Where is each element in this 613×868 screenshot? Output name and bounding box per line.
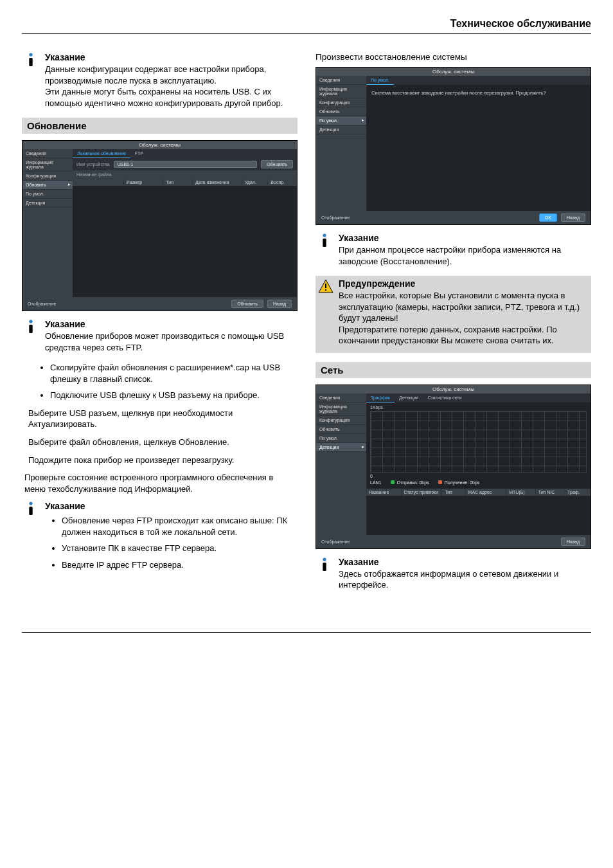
svg-rect-10 <box>325 289 326 291</box>
section-heading-net: Сеть <box>315 362 591 378</box>
note-title: Указание <box>45 501 298 511</box>
note-text: Здесь отображается информация о сетевом … <box>339 568 591 591</box>
sidebar-item[interactable]: Детекция <box>22 199 73 208</box>
sidebar-item[interactable]: По умол. <box>316 434 366 443</box>
col-type: Тип <box>442 489 465 496</box>
legend-send: Отправка: 0bps <box>397 480 429 485</box>
tab-traffic[interactable]: Траффик <box>366 393 395 402</box>
ui-window-title: Обслуж. системы <box>22 141 297 149</box>
col-del: Удал. <box>242 179 268 186</box>
section-heading-update: Обновление <box>22 118 298 134</box>
info-icon <box>22 52 40 109</box>
back-button[interactable]: Назад <box>267 300 292 308</box>
sidebar-item[interactable]: Детекция <box>316 125 366 134</box>
svg-rect-3 <box>29 325 32 333</box>
svg-rect-1 <box>29 58 32 66</box>
list-item: Обновление через FTP происходит как опис… <box>62 515 298 538</box>
sidebar-item[interactable]: По умол. <box>22 190 73 199</box>
tab-local-update[interactable]: Локальное обновление <box>73 149 130 158</box>
svg-rect-9 <box>325 284 326 288</box>
screenshot-network: Обслуж. системы Сведения Информация журн… <box>315 384 591 549</box>
sidebar-item[interactable]: Конфигурация <box>22 172 73 181</box>
tab-default[interactable]: По умол. <box>366 76 394 85</box>
note-config-data: Указание Данные конфигурации содержат вс… <box>22 52 298 109</box>
back-button[interactable]: Назад <box>561 538 585 546</box>
ui-sidebar: Сведения Информация журнала Конфигурация… <box>22 149 73 297</box>
sidebar-item[interactable]: Конфигурация <box>316 98 366 107</box>
svg-point-6 <box>323 233 326 237</box>
sidebar-item[interactable]: Информация журнала <box>316 85 366 98</box>
warning-box: Предупреждение Все настройки, которые Вы… <box>315 276 591 353</box>
svg-rect-12 <box>323 563 326 571</box>
svg-point-4 <box>29 502 32 505</box>
update-button[interactable]: Обновить <box>231 300 263 308</box>
list-item: Введите IP адрес FTP сервера. <box>62 559 298 571</box>
sidebar-item[interactable]: Обновить <box>316 107 366 116</box>
right-column: Произвести восстановление системы Обслуж… <box>315 52 591 600</box>
device-select[interactable]: USB1-1 <box>114 161 258 168</box>
col-size: Размер <box>124 179 163 186</box>
refresh-button[interactable]: Обновить <box>261 160 293 168</box>
filename-label: Название файла <box>76 172 128 177</box>
sidebar-item-selected[interactable]: По умол. <box>316 116 366 125</box>
ui-window-title: Обслуж. системы <box>316 385 591 393</box>
note-ftp-update: Указание Обновление через FTP происходит… <box>22 501 298 577</box>
legend-recv: Получение: 0bps <box>445 480 480 485</box>
net-table-header: Название Статус привязки Тип MAC адрес M… <box>366 489 591 496</box>
sidebar-item-selected[interactable]: Детекция <box>316 443 366 452</box>
step-text: Выберите USB разъем, щелкнув при необход… <box>28 408 295 430</box>
col-type: Тип <box>163 179 193 186</box>
ui-sidebar: Сведения Информация журнала Конфигурация… <box>316 393 366 535</box>
sidebar-item[interactable]: Конфигурация <box>316 416 366 425</box>
note-network: Указание Здесь отображается информация о… <box>315 557 591 591</box>
file-table-header: Размер Тип Дата изменения Удал. Воспр. <box>73 179 297 186</box>
warning-icon <box>317 278 335 347</box>
bullet-list-ftp: Обновление через FTP происходит как опис… <box>62 515 298 570</box>
back-button[interactable]: Назад <box>561 213 585 222</box>
sidebar-item-selected[interactable]: Обновить <box>22 181 73 190</box>
ok-button[interactable]: OK <box>539 213 557 222</box>
legend-dot-recv-icon <box>438 480 442 484</box>
traffic-chart <box>370 411 587 473</box>
screenshot-restore: Обслуж. системы Сведения Информация журн… <box>315 67 591 225</box>
info-icon <box>22 501 40 577</box>
page-footer-rule <box>22 632 591 638</box>
lan-label: LAN1 <box>370 480 382 485</box>
y-zero-label: 0 <box>370 474 587 478</box>
sidebar-item[interactable]: Информация журнала <box>22 158 73 172</box>
sidebar-item[interactable]: Информация журнала <box>316 402 366 416</box>
warning-text: Все настройки, которые Вы установили с м… <box>339 290 587 347</box>
sidebar-item[interactable]: Сведения <box>316 393 366 402</box>
warning-title: Предупреждение <box>339 278 587 289</box>
list-item: Скопируйте файл обновления с расширением… <box>50 362 298 384</box>
sidebar-item[interactable]: Обновить <box>316 425 366 434</box>
tab-ftp[interactable]: FTP <box>130 149 148 158</box>
sidebar-item[interactable]: Сведения <box>22 149 73 158</box>
two-column-layout: Указание Данные конфигурации содержат вс… <box>22 52 591 600</box>
ui-footer: Отображение Обновить Назад <box>22 297 297 311</box>
ui-tabs: Траффик Детекция Статистика сети <box>366 393 591 402</box>
ui-window-title: Обслуж. системы <box>316 68 591 76</box>
note-title: Указание <box>45 319 298 329</box>
note-title: Указание <box>339 557 591 567</box>
note-text: Данные конфигурации содержат все настрой… <box>45 64 298 109</box>
ui-file-row: Название файла <box>73 170 297 179</box>
svg-point-11 <box>323 557 326 561</box>
sidebar-item[interactable]: Сведения <box>316 76 366 85</box>
list-item: Установите ПК в качестве FTP сервера. <box>62 543 298 554</box>
step-text: Выберите файл обновления, щелкнув Обновл… <box>28 437 295 448</box>
page-title: Техническое обслуживание <box>22 18 591 34</box>
tab-stats[interactable]: Статистика сети <box>423 393 466 402</box>
footer-label: Отображение <box>28 302 57 306</box>
note-text: При данном процессе настройки прибора из… <box>339 244 591 267</box>
info-icon <box>315 557 333 591</box>
col-bind: Статус привязки <box>402 489 443 496</box>
col-name: Название <box>366 489 402 496</box>
note-update-usb-ftp: Указание Обновление приборов может произ… <box>22 319 298 353</box>
tab-detection[interactable]: Детекция <box>395 393 423 402</box>
ui-sidebar: Сведения Информация журнала Конфигурация… <box>316 76 366 211</box>
ui-footer: Отображение OK Назад <box>316 211 591 224</box>
heading-restore: Произвести восстановление системы <box>315 52 591 62</box>
info-icon <box>22 319 40 353</box>
svg-rect-7 <box>323 239 326 247</box>
